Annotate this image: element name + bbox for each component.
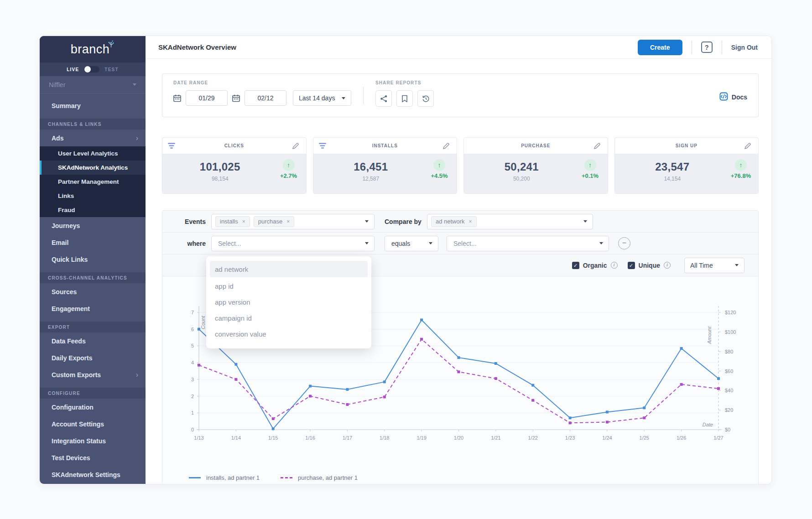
sidebar-item-email[interactable]: Email bbox=[40, 234, 146, 251]
share-button[interactable] bbox=[375, 90, 392, 107]
sidebar-item-label: Account Settings bbox=[52, 420, 104, 428]
sidebar-item-summary[interactable]: Summary bbox=[40, 97, 146, 114]
metric-delta-percent: +2.7% bbox=[276, 172, 302, 179]
filter-icon[interactable] bbox=[168, 143, 176, 149]
edit-icon[interactable] bbox=[443, 143, 451, 149]
create-button[interactable]: Create bbox=[638, 40, 682, 55]
chip-label: installs bbox=[220, 218, 238, 225]
sidebar-item-fraud[interactable]: Fraud bbox=[40, 203, 146, 217]
sidebar-item-journeys[interactable]: Journeys bbox=[40, 217, 146, 234]
test-label: TEST bbox=[104, 67, 118, 72]
controls-panel: DATE RANGE Last 14 days bbox=[162, 73, 759, 117]
workspace-selector[interactable]: Niffler bbox=[40, 76, 146, 93]
calendar-icon[interactable] bbox=[232, 94, 240, 102]
edit-icon[interactable] bbox=[744, 143, 753, 149]
sidebar-item-data-feeds[interactable]: Data Feeds bbox=[40, 332, 146, 349]
sidebar-item-skadnetwork-settings[interactable]: SKAdnetwork Settings bbox=[40, 466, 146, 483]
sidebar-item-label: Sources bbox=[52, 288, 77, 296]
unique-checkbox[interactable]: ✓ bbox=[628, 262, 635, 269]
legend-label: installs, ad partner 1 bbox=[206, 474, 260, 481]
svg-text:$40: $40 bbox=[725, 388, 733, 393]
dropdown-option-app-id[interactable]: app id bbox=[206, 278, 371, 294]
chip-purchase[interactable]: purchase× bbox=[254, 216, 295, 227]
help-button[interactable]: ? bbox=[701, 42, 713, 53]
svg-text:1/23: 1/23 bbox=[565, 435, 575, 441]
svg-text:1/18: 1/18 bbox=[380, 435, 389, 441]
sidebar-item-test-devices[interactable]: Test Devices bbox=[40, 449, 146, 466]
sidebar-item-daily-exports[interactable]: Daily Exports bbox=[40, 349, 146, 366]
sidebar-item-account-settings[interactable]: Account Settings bbox=[40, 415, 146, 432]
chip-remove-icon[interactable]: × bbox=[242, 218, 245, 225]
sidebar-item-configuration[interactable]: Configuration bbox=[40, 399, 146, 415]
svg-text:Date: Date bbox=[703, 422, 713, 427]
dropdown-option-app-version[interactable]: app version bbox=[206, 294, 371, 310]
sidebar-item-engagement[interactable]: Engagement bbox=[40, 300, 146, 317]
organic-checkbox[interactable]: ✓ bbox=[572, 262, 579, 269]
compare-by-select[interactable]: ad network× bbox=[427, 214, 593, 229]
metric-card-body: 50,24150,200↑+0.1% bbox=[464, 154, 608, 194]
dropdown-option-campaign-id[interactable]: campaign id bbox=[206, 310, 371, 326]
sidebar-item-integration-status[interactable]: Integration Status bbox=[40, 432, 146, 449]
calendar-icon[interactable] bbox=[173, 94, 181, 102]
unique-checkbox-group: ✓ Unique i bbox=[628, 262, 671, 269]
sidebar-item-partner-management[interactable]: Partner Management bbox=[40, 175, 146, 189]
chip-remove-icon[interactable]: × bbox=[286, 218, 290, 225]
edit-icon[interactable] bbox=[594, 143, 602, 149]
sidebar-item-label: Ads bbox=[52, 135, 63, 142]
sidebar-item-user-level-analytics[interactable]: User Level Analytics bbox=[40, 146, 146, 161]
sign-out-link[interactable]: Sign Out bbox=[731, 44, 758, 51]
metric-card-header: PURCHASE bbox=[464, 138, 608, 154]
time-range-dropdown[interactable]: All Time bbox=[684, 258, 744, 273]
dropdown-option-conversion-value[interactable]: conversion value bbox=[206, 326, 371, 342]
app-window: branch LIVE TEST Niffler SummaryCHANN bbox=[39, 36, 772, 484]
chevron-down-icon bbox=[599, 242, 603, 244]
chip-remove-icon[interactable]: × bbox=[469, 218, 472, 225]
filter-icon[interactable] bbox=[319, 143, 327, 149]
docs-icon bbox=[719, 92, 728, 103]
edit-icon[interactable] bbox=[292, 143, 301, 149]
info-icon[interactable]: i bbox=[664, 262, 671, 269]
history-button[interactable] bbox=[417, 90, 434, 107]
start-date-input[interactable] bbox=[186, 90, 228, 106]
end-date-input[interactable] bbox=[245, 90, 286, 106]
metric-card-values: 50,24150,200 bbox=[468, 161, 575, 182]
branch-sprout-icon bbox=[108, 40, 115, 50]
sidebar-item-links[interactable]: Links bbox=[40, 189, 146, 203]
chip-installs[interactable]: installs× bbox=[215, 216, 250, 227]
where-value-select[interactable]: Select... bbox=[447, 236, 609, 251]
dropdown-option-ad-network[interactable]: ad network bbox=[210, 261, 368, 277]
sidebar-item-label: Journeys bbox=[52, 222, 80, 229]
svg-text:1/25: 1/25 bbox=[640, 435, 649, 441]
metric-value: 16,451 bbox=[318, 161, 424, 173]
sidebar-item-skadnetwork-analytics[interactable]: SKAdNetwork Analytics bbox=[40, 161, 146, 175]
chevron-right-icon: › bbox=[136, 135, 138, 142]
events-select[interactable]: installs×purchase× bbox=[211, 214, 375, 229]
sidebar-item-ads[interactable]: Ads› bbox=[40, 130, 146, 146]
where-field-select[interactable]: Select... bbox=[211, 236, 375, 251]
svg-text:1/16: 1/16 bbox=[305, 435, 315, 441]
live-test-toggle[interactable] bbox=[84, 66, 99, 73]
operator-select[interactable]: equals bbox=[385, 236, 438, 251]
metric-previous-value: 98,154 bbox=[167, 176, 273, 182]
where-label: where bbox=[162, 240, 206, 247]
remove-filter-button[interactable]: − bbox=[618, 237, 630, 249]
metric-card-title: INSTALLS bbox=[327, 143, 443, 148]
compare-by-label: Compare by bbox=[385, 218, 422, 225]
chip-ad-network[interactable]: ad network× bbox=[431, 216, 477, 227]
svg-text:3: 3 bbox=[191, 377, 194, 382]
metric-previous-value: 14,154 bbox=[619, 176, 726, 182]
svg-text:7: 7 bbox=[191, 310, 194, 315]
sidebar-item-custom-exports[interactable]: Custom Exports› bbox=[40, 366, 146, 383]
branch-logo-text: branch bbox=[71, 42, 110, 57]
sidebar-item-quick-links[interactable]: Quick Links bbox=[40, 251, 146, 268]
topbar-actions: Create ? Sign Out bbox=[638, 40, 758, 55]
sidebar-item-sources[interactable]: Sources bbox=[40, 283, 146, 300]
sidebar-item-label: Data Feeds bbox=[52, 337, 86, 345]
info-icon[interactable]: i bbox=[611, 262, 618, 269]
sidebar: branch LIVE TEST Niffler SummaryCHANN bbox=[40, 36, 146, 484]
docs-link[interactable]: Docs bbox=[719, 92, 747, 105]
sidebar-item-label: Configuration bbox=[52, 404, 94, 411]
date-preset-value: Last 14 days bbox=[299, 94, 335, 102]
bookmark-button[interactable] bbox=[396, 90, 413, 107]
date-preset-dropdown[interactable]: Last 14 days bbox=[293, 90, 351, 106]
